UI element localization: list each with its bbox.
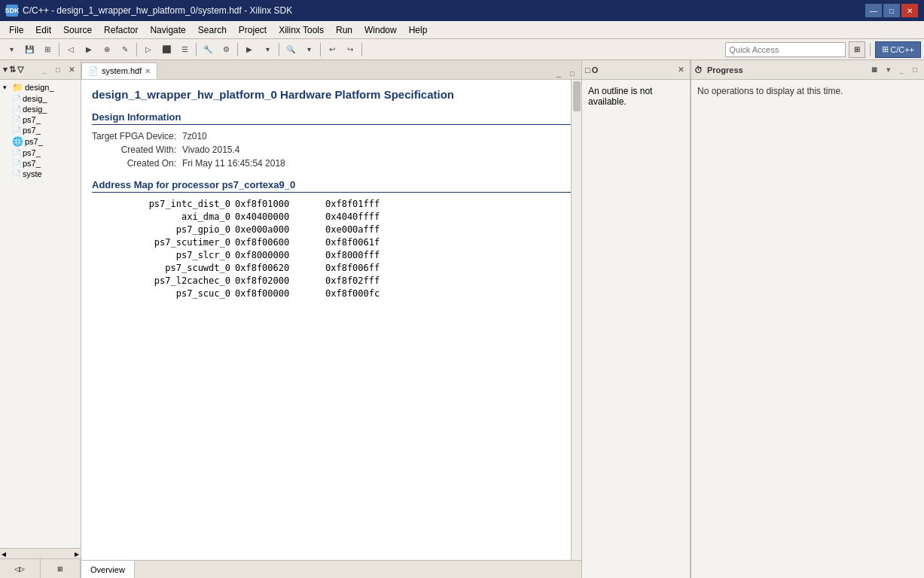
toolbar-btn-15[interactable]: ▾ — [300, 41, 317, 58]
maximize-button[interactable]: □ — [883, 4, 900, 17]
toolbar-btn-5[interactable]: ⊕ — [99, 41, 115, 58]
left-panel-filter-icon[interactable]: ▽ — [17, 65, 23, 75]
toolbar-btn-3[interactable]: ◁ — [63, 41, 79, 58]
toolbar-btn-4[interactable]: ▶ — [81, 41, 97, 58]
tree-item-ps74[interactable]: 📄 ps7_ — [2, 148, 79, 158]
left-panel-collapse-icon[interactable]: ▾ — [3, 65, 8, 75]
menu-refactor[interactable]: Refactor — [98, 23, 144, 38]
toolbar-btn-7[interactable]: ▷ — [140, 41, 157, 58]
menu-project[interactable]: Project — [233, 23, 273, 38]
close-button[interactable]: ✕ — [901, 4, 918, 17]
editor-scroll-thumb[interactable] — [573, 81, 581, 111]
tree-label-ps73: ps7_ — [25, 137, 43, 146]
left-panel-minimize-icon[interactable]: _ — [38, 64, 50, 76]
tree-item-desig1[interactable]: 📄 desig_ — [2, 93, 79, 104]
menu-search[interactable]: Search — [192, 23, 233, 38]
scroll-left-icon[interactable]: ◂ — [2, 549, 6, 559]
menu-run[interactable]: Run — [330, 23, 358, 38]
editor-scrollbar[interactable] — [571, 80, 581, 560]
toolbar-btn-8[interactable]: ⬛ — [158, 41, 175, 58]
outline-close-icon[interactable]: ✕ — [675, 64, 687, 76]
editor-tab-close[interactable]: ✕ — [145, 67, 151, 75]
toolbar-btn-9[interactable]: ☰ — [176, 41, 193, 58]
outline-unavailable-text: An outline is not available. — [588, 86, 652, 107]
scroll-right-icon[interactable]: ▸ — [75, 549, 79, 559]
overview-tab[interactable]: Overview — [81, 561, 135, 578]
perspective-label: C/C++ — [890, 45, 914, 54]
toolbar-btn-10[interactable]: 🔧 — [200, 41, 216, 58]
progress-menu-icon[interactable]: ▾ — [882, 64, 894, 76]
editor-tab-label: system.hdf — [102, 66, 142, 75]
minimize-button[interactable]: — — [865, 4, 882, 17]
progress-max-icon[interactable]: □ — [909, 64, 921, 76]
tree-label-desig2: desig_ — [23, 105, 47, 114]
address-row: ps7_intc_dist_00xf8f010000xf8f01fff — [92, 199, 571, 209]
tree-item-ps71[interactable]: 📄 ps7_ — [2, 114, 79, 125]
target-row: Target FPGA Device: 7z010 — [92, 131, 571, 141]
addr-name: ps7_scuc_0 — [92, 288, 235, 299]
toolbar-btn-6[interactable]: ✎ — [117, 41, 133, 58]
addr-end: 0xf8f0061f — [325, 237, 380, 248]
editor-minimize-icon[interactable]: _ — [553, 67, 565, 79]
address-row: axi_dma_00x404000000x4040ffff — [92, 211, 571, 222]
progress-panel-header: ⏱ Progress ⏹ ▾ _ □ — [691, 60, 924, 80]
quick-access-input[interactable] — [725, 42, 846, 57]
hdf-content: design_1_wrapper_hw_platform_0 Hardware … — [81, 80, 581, 560]
tree-item-system[interactable]: 📄 syste — [2, 169, 79, 179]
toolbar: ▾ 💾 ⊞ ◁ ▶ ⊕ ✎ ▷ ⬛ ☰ 🔧 ⚙ ▶ ▾ 🔍 ▾ ↩ ↪ ⊞ ⊞ … — [0, 39, 924, 60]
quick-access-open-btn[interactable]: ⊞ — [849, 41, 865, 58]
toolbar-btn-11[interactable]: ⚙ — [218, 41, 234, 58]
folder-icon-design: 📁 — [12, 82, 23, 93]
perspective-button[interactable]: ⊞ C/C++ — [875, 41, 921, 58]
toolbar-btn-17[interactable]: ↪ — [342, 41, 358, 58]
menu-file[interactable]: File — [3, 23, 29, 38]
toolbar-separator-3 — [196, 43, 197, 56]
tree-item-desig2[interactable]: 📄 desig_ — [2, 104, 79, 114]
addr-end: 0xf8000fff — [325, 250, 380, 260]
menu-help[interactable]: Help — [403, 23, 434, 38]
toolbar-separator-7 — [361, 43, 362, 56]
tree-toggle-design[interactable]: ▾ — [3, 84, 11, 91]
menu-navigate[interactable]: Navigate — [144, 23, 191, 38]
addr-end: 0xf8f02fff — [325, 275, 380, 286]
toolbar-btn-1[interactable]: ▾ — [3, 41, 20, 58]
addr-name: ps7_intc_dist_0 — [92, 199, 235, 209]
tree-item-ps73[interactable]: 🌐 ps7_ — [2, 135, 79, 148]
toolbar-btn-save-all[interactable]: ⊞ — [39, 41, 56, 58]
created-on-row: Created On: Fri May 11 16:45:54 2018 — [92, 158, 571, 169]
editor-tab-system-hdf[interactable]: 📄 system.hdf ✕ — [81, 62, 157, 79]
menu-bar: File Edit Source Refactor Navigate Searc… — [0, 21, 924, 39]
progress-title: Progress — [707, 65, 743, 75]
tree-item-design[interactable]: ▾ 📁 design_ — [2, 81, 79, 93]
toolbar-btn-16[interactable]: ↩ — [324, 41, 340, 58]
menu-xilinx-tools[interactable]: Xilinx Tools — [273, 23, 330, 38]
toolbar-btn-13[interactable]: ▾ — [259, 41, 276, 58]
addr-end: 0xf8f000fc — [325, 288, 380, 299]
left-panel-tab-2[interactable]: ⊞ — [41, 559, 81, 578]
created-with-value: Vivado 2015.4 — [182, 144, 240, 155]
progress-stop-icon[interactable]: ⏹ — [868, 64, 880, 76]
tree-item-ps72[interactable]: 📄 ps7_ — [2, 125, 79, 135]
menu-edit[interactable]: Edit — [29, 23, 57, 38]
left-panel-header: ▾ ⇅ ▽ _ □ ✕ — [0, 60, 81, 80]
file-icon-5: 📄 — [12, 149, 21, 157]
progress-minimize-icon[interactable]: _ — [895, 64, 907, 76]
left-panel-tab-1[interactable]: ◁▷ — [0, 559, 41, 578]
outline-panel-label: O — [592, 65, 599, 75]
tree-item-ps75[interactable]: 📄 ps7_ — [2, 158, 79, 169]
toolbar-btn-save[interactable]: 💾 — [21, 41, 38, 58]
address-row: ps7_scuc_00xf8f000000xf8f000fc — [92, 288, 571, 299]
left-panel-sync-icon[interactable]: ⇅ — [9, 65, 16, 75]
address-map-title: Address Map for processor ps7_cortexa9_0 — [92, 179, 571, 193]
editor-tab-bar: 📄 system.hdf ✕ _ □ — [81, 60, 581, 80]
editor-max-icon[interactable]: □ — [566, 67, 578, 79]
menu-source[interactable]: Source — [57, 23, 98, 38]
toolbar-btn-12[interactable]: ▶ — [241, 41, 258, 58]
toolbar-separator-1 — [59, 43, 59, 56]
address-row: ps7_l2cachec_00xf8f020000xf8f02fff — [92, 275, 571, 286]
toolbar-btn-14[interactable]: 🔍 — [282, 41, 299, 58]
left-panel-close-icon[interactable]: ✕ — [66, 64, 78, 76]
tree-label-ps71: ps7_ — [23, 115, 41, 124]
menu-window[interactable]: Window — [358, 23, 403, 38]
left-panel-max-icon[interactable]: □ — [52, 64, 64, 76]
